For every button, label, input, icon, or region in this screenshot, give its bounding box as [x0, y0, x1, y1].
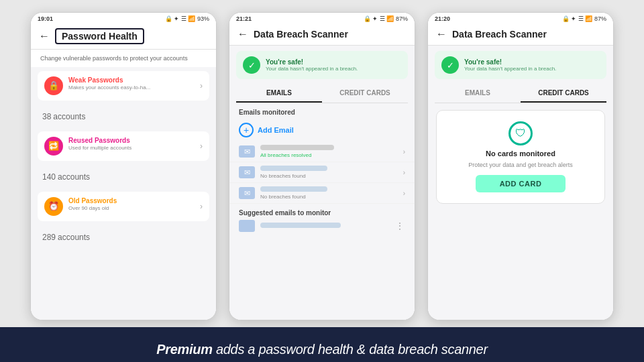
phone3-safe-sub: Your data hasn't appeared in a breach.	[464, 66, 556, 72]
phone1-back-button[interactable]: ←	[39, 30, 50, 42]
add-email-icon: +	[239, 123, 254, 137]
suggested-section: Suggested emails to monitor ⋮	[229, 204, 415, 235]
email-envelope-icon-3: ✉	[239, 187, 255, 199]
phone2-content: ✓ You're safe! Your data hasn't appeared…	[229, 46, 415, 320]
add-email-button[interactable]: + Add Email	[229, 119, 415, 141]
phone2-safe-sub: Your data hasn't appeared in a breach.	[266, 66, 358, 72]
email-status-3: No breaches found	[260, 194, 398, 200]
old-desc: Over 90 days old	[68, 205, 195, 211]
phone1-top-bar: ← Password Health	[31, 23, 216, 50]
email-status-1: All breaches resolved	[260, 152, 398, 158]
phone2-safe-banner: ✓ You're safe! Your data hasn't appeared…	[236, 51, 408, 79]
no-cards-title: No cards monitored	[486, 149, 555, 158]
phone3-back-button[interactable]: ←	[436, 28, 447, 40]
email-chevron-icon-2: ›	[403, 169, 405, 176]
phone3-title: Data Breach Scanner	[452, 29, 547, 40]
phone3-safe-text: You're safe! Your data hasn't appeared i…	[464, 58, 556, 72]
add-email-text: Add Email	[258, 126, 294, 134]
phone2-tabs: EMAILS CREDIT CARDS	[236, 84, 408, 103]
phone2-top-bar: ← Data Breach Scanner	[229, 23, 415, 46]
no-cards-sub: Protect your data and get breach alerts	[468, 162, 573, 168]
phone2-status-icons: 🔒 ✦ ☰ 📶 87%	[364, 15, 408, 22]
phone2-back-button[interactable]: ←	[237, 28, 248, 40]
phone2-status-bar: 21:21 🔒 ✦ ☰ 📶 87%	[229, 13, 415, 23]
email-item-3[interactable]: ✉ No breaches found ›	[229, 183, 415, 204]
no-cards-box: 🛡 No cards monitored Protect your data a…	[436, 110, 605, 204]
old-icon: ⏰	[44, 197, 63, 216]
phone2-time: 21:21	[236, 15, 252, 22]
reused-title: Reused Passwords	[68, 137, 195, 144]
email-address-blurred-3	[260, 186, 327, 192]
footer-text: Premium adds a password health & data br…	[156, 342, 488, 357]
phone1-content: Change vulnerable passwords to protect y…	[31, 50, 216, 320]
phone1-status-bar: 19:01 🔒 ✦ ☰ 📶 93%	[31, 13, 216, 23]
phone1-time: 19:01	[38, 15, 53, 22]
no-cards-shield-icon: 🛡	[508, 121, 533, 145]
footer-description: adds a password health & data breach sca…	[213, 342, 488, 357]
phone3-content: ✓ You're safe! Your data hasn't appeared…	[428, 46, 613, 320]
reused-count: 140accounts	[31, 165, 216, 188]
email-info-2: No breaches found	[260, 166, 398, 179]
phone3-safe-check-icon: ✓	[441, 56, 459, 74]
email-address-blurred-1	[260, 145, 334, 150]
phone2-safe-text: You're safe! Your data hasn't appeared i…	[266, 58, 358, 72]
phone3-status-bar: 21:20 🔒 ✦ ☰ 📶 87%	[428, 13, 613, 23]
reused-chevron-icon: ›	[200, 141, 203, 151]
old-count: 289accounts	[31, 225, 216, 248]
phone2-frame: 21:21 🔒 ✦ ☰ 📶 87% ← Data Breach Scanner …	[229, 12, 415, 320]
reused-icon: 🔁	[44, 137, 63, 156]
email-envelope-icon-1: ✉	[239, 145, 255, 158]
phone1-frame: 19:01 🔒 ✦ ☰ 📶 93% ← Password Health Chan…	[30, 12, 217, 320]
phone1-subtitle: Change vulnerable passwords to protect y…	[31, 50, 216, 67]
tab-credit-phone3[interactable]: CREDIT CARDS	[521, 84, 606, 103]
reused-desc: Used for multiple accounts	[68, 145, 195, 151]
old-chevron-icon: ›	[200, 202, 203, 211]
suggested-address-blurred	[260, 223, 341, 228]
email-info-1: All breaches resolved	[260, 145, 398, 158]
phone3-safe-title: You're safe!	[464, 58, 556, 66]
old-passwords-card[interactable]: ⏰ Old Passwords Over 90 days old ›	[38, 192, 209, 221]
email-envelope-icon-2: ✉	[239, 166, 255, 178]
suggested-envelope-icon	[239, 220, 255, 232]
weak-desc: Makes your accounts easy-to-ha...	[68, 84, 195, 90]
tab-credit-phone2[interactable]: CREDIT CARDS	[322, 84, 408, 103]
email-item-1[interactable]: ✉ All breaches resolved ›	[229, 141, 415, 162]
phone3-safe-banner: ✓ You're safe! Your data hasn't appeared…	[435, 51, 606, 79]
footer-banner: Premium adds a password health & data br…	[0, 327, 644, 362]
suggested-item-1: ⋮	[239, 220, 405, 232]
weak-title: Weak Passwords	[68, 76, 195, 84]
phone3-status-icons: 🔒 ✦ ☰ 📶 87%	[562, 15, 606, 22]
tab-emails-phone2[interactable]: EMAILS	[236, 84, 322, 103]
emails-monitored-label: Emails monitored	[229, 103, 415, 119]
email-status-2: No breaches found	[260, 173, 398, 179]
phone3-tabs: EMAILS CREDIT CARDS	[435, 84, 606, 103]
phone2-title: Data Breach Scanner	[254, 29, 348, 40]
reused-passwords-card[interactable]: 🔁 Reused Passwords Used for multiple acc…	[38, 131, 209, 161]
weak-chevron-icon: ›	[200, 81, 203, 90]
email-address-blurred-2	[260, 166, 327, 171]
weak-info: Weak Passwords Makes your accounts easy-…	[68, 76, 195, 90]
phone1-title: Password Health	[55, 28, 144, 44]
old-title: Old Passwords	[68, 197, 195, 204]
email-chevron-icon-1: ›	[403, 148, 405, 156]
phone3-frame: 21:20 🔒 ✦ ☰ 📶 87% ← Data Breach Scanner …	[427, 12, 614, 320]
email-chevron-icon-3: ›	[403, 190, 405, 197]
email-item-2[interactable]: ✉ No breaches found ›	[229, 162, 415, 183]
weak-passwords-card[interactable]: 🔒 Weak Passwords Makes your accounts eas…	[38, 71, 209, 101]
footer-premium: Premium	[156, 342, 213, 357]
suggested-label: Suggested emails to monitor	[239, 209, 405, 217]
reused-info: Reused Passwords Used for multiple accou…	[68, 137, 195, 151]
phone1-status-icons: 🔒 ✦ ☰ 📶 93%	[165, 15, 209, 22]
phone3-time: 21:20	[435, 15, 450, 22]
add-card-button[interactable]: ADD CARD	[476, 175, 566, 192]
suggested-more-icon[interactable]: ⋮	[395, 221, 405, 231]
old-info: Old Passwords Over 90 days old	[68, 197, 195, 211]
tab-emails-phone3[interactable]: EMAILS	[435, 84, 521, 103]
weak-icon: 🔒	[44, 76, 63, 95]
suggested-email-blurred	[260, 223, 390, 230]
phone2-safe-title: You're safe!	[266, 58, 358, 66]
phone3-top-bar: ← Data Breach Scanner	[428, 23, 613, 46]
main-area: 19:01 🔒 ✦ ☰ 📶 93% ← Password Health Chan…	[0, 0, 644, 327]
weak-count: 38accounts	[31, 105, 216, 127]
email-info-3: No breaches found	[260, 186, 398, 200]
